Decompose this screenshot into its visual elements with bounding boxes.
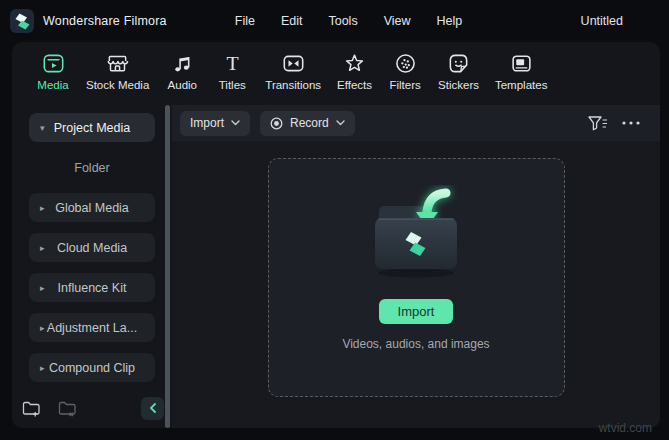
sidebar: ▾ Project Media Folder ▸ Global Media ▸ … — [12, 105, 172, 428]
media-stage: Import Videos, audios, and images — [172, 141, 660, 428]
sidebar-footer — [12, 394, 164, 422]
import-folder-illustration — [354, 185, 478, 293]
menu-help[interactable]: Help — [435, 10, 465, 32]
filmora-diamond-icon — [14, 13, 31, 30]
sidebar-item-adjustment-layer[interactable]: ▸ Adjustment La... — [29, 313, 155, 342]
sidebar-item-label: Influence Kit — [58, 281, 127, 295]
tab-label: Audio — [168, 79, 197, 91]
menu-tools[interactable]: Tools — [326, 10, 359, 32]
menu-view[interactable]: View — [382, 10, 413, 32]
tab-transitions[interactable]: Transitions — [265, 52, 321, 91]
chevron-down-icon — [336, 120, 345, 126]
caret-right-icon: ▸ — [40, 363, 45, 372]
stickers-icon — [447, 52, 470, 75]
ellipsis-icon — [622, 121, 640, 125]
sidebar-item-label: Folder — [74, 161, 109, 175]
effects-icon — [343, 52, 366, 75]
tab-titles[interactable]: T Titles — [215, 52, 249, 91]
titles-icon: T — [221, 52, 244, 75]
sidebar-item-influence-kit[interactable]: ▸ Influence Kit — [29, 273, 155, 302]
delete-folder-icon — [58, 400, 78, 417]
caret-right-icon: ▸ — [40, 203, 45, 212]
media-toolbar: Import Record — [172, 105, 660, 141]
tab-filters[interactable]: Filters — [388, 52, 422, 91]
tab-bar: Media Stock Media Audio T — [12, 42, 660, 105]
tab-templates[interactable]: Templates — [495, 52, 547, 91]
menu-file[interactable]: File — [233, 10, 257, 32]
sidebar-scrollbar[interactable] — [165, 105, 170, 428]
transitions-icon — [282, 52, 305, 75]
dropzone-caption: Videos, audios, and images — [342, 337, 489, 351]
sidebar-list: ▾ Project Media Folder ▸ Global Media ▸ … — [12, 105, 172, 382]
sidebar-item-label: Cloud Media — [57, 241, 127, 255]
main-panel: Media Stock Media Audio T — [12, 42, 660, 428]
import-dropdown-label: Import — [190, 116, 224, 130]
caret-right-icon: ▸ — [40, 283, 45, 292]
sidebar-item-cloud-media[interactable]: ▸ Cloud Media — [29, 233, 155, 262]
tab-label: Stickers — [438, 79, 479, 91]
import-dropdown[interactable]: Import — [180, 111, 250, 136]
caret-right-icon: ▸ — [40, 323, 45, 332]
app-name: Wondershare Filmora — [43, 14, 167, 28]
sidebar-item-project-media[interactable]: ▾ Project Media — [29, 113, 155, 142]
sidebar-item-compound-clip[interactable]: ▸ Compound Clip — [29, 353, 155, 382]
chevron-left-icon — [148, 403, 158, 413]
import-folder-with-arrow-icon — [354, 185, 478, 289]
stock-media-icon — [106, 52, 129, 75]
record-dropdown-label: Record — [290, 116, 329, 130]
svg-text:T: T — [226, 52, 238, 74]
sidebar-item-label: Project Media — [54, 121, 130, 135]
filter-icon — [588, 116, 608, 131]
tab-stickers[interactable]: Stickers — [438, 52, 479, 91]
menu-items: File Edit Tools View Help — [233, 10, 464, 32]
tab-label: Media — [37, 79, 68, 91]
toolbar-right-icons — [588, 116, 640, 131]
tab-audio[interactable]: Audio — [165, 52, 199, 91]
media-icon — [42, 52, 65, 75]
caret-down-icon: ▾ — [40, 123, 45, 132]
new-folder-button[interactable] — [22, 400, 42, 417]
caret-right-icon: ▸ — [40, 243, 45, 252]
sidebar-item-label: Adjustment La... — [47, 321, 137, 335]
filters-icon — [394, 52, 417, 75]
tab-effects[interactable]: Effects — [337, 52, 372, 91]
sidebar-item-global-media[interactable]: ▸ Global Media — [29, 193, 155, 222]
import-dropzone[interactable]: Import Videos, audios, and images — [268, 158, 565, 397]
filter-button[interactable] — [588, 116, 608, 131]
delete-folder-button[interactable] — [58, 400, 78, 417]
window-title: Untitled — [581, 14, 623, 28]
menu-edit[interactable]: Edit — [279, 10, 305, 32]
chevron-down-icon — [231, 120, 240, 126]
menu-bar: Wondershare Filmora File Edit Tools View… — [0, 0, 669, 42]
record-dropdown[interactable]: Record — [260, 111, 355, 136]
templates-icon — [510, 52, 533, 75]
record-icon — [270, 117, 283, 130]
tab-label: Filters — [389, 79, 420, 91]
app-logo[interactable] — [10, 9, 34, 33]
tab-label: Templates — [495, 79, 547, 91]
sidebar-item-label: Compound Clip — [49, 361, 135, 375]
tab-media[interactable]: Media — [36, 52, 70, 91]
audio-icon — [171, 52, 194, 75]
new-folder-icon — [22, 400, 42, 417]
sidebar-item-label: Global Media — [55, 201, 129, 215]
sidebar-item-folder[interactable]: Folder — [29, 153, 155, 182]
tab-stock-media[interactable]: Stock Media — [86, 52, 149, 91]
collapse-sidebar-button[interactable] — [141, 397, 164, 420]
media-content: Import Record — [172, 105, 660, 428]
tab-label: Titles — [219, 79, 246, 91]
tab-label: Effects — [337, 79, 372, 91]
tab-label: Transitions — [265, 79, 321, 91]
tab-label: Stock Media — [86, 79, 149, 91]
import-button[interactable]: Import — [379, 299, 453, 324]
more-options-button[interactable] — [622, 121, 640, 125]
